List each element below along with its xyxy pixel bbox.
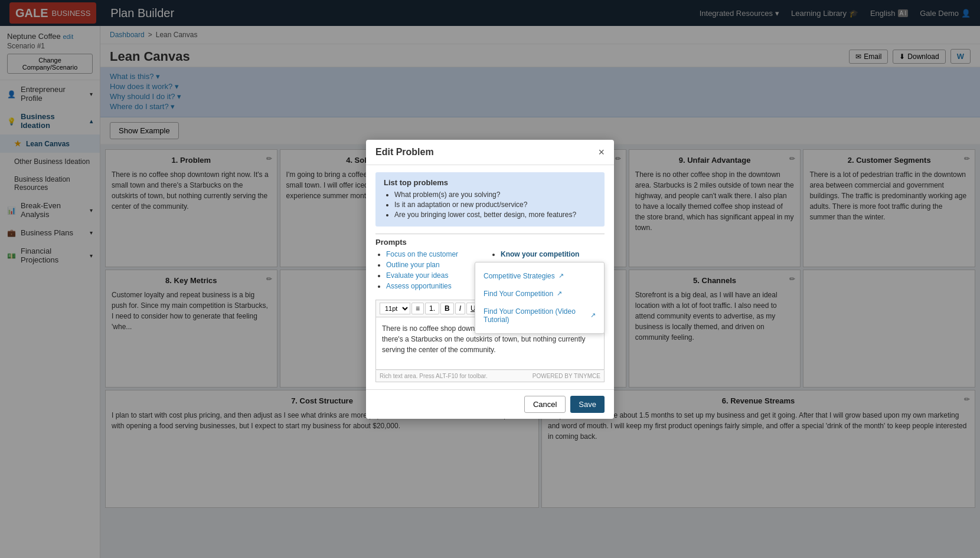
modal-close-button[interactable]: × (598, 147, 605, 157)
find-competition-video-item[interactable]: Find Your Competition (Video Tutorial) ↗ (475, 303, 604, 329)
modal-body: List top problems What problem(s) are yo… (366, 165, 614, 389)
external-link-icon-2: ↗ (557, 290, 562, 297)
find-competition-item[interactable]: Find Your Competition ↗ (475, 285, 604, 303)
save-button[interactable]: Save (570, 396, 605, 413)
divider-1 (375, 234, 605, 234)
modal-header: Edit Problem × (366, 140, 614, 165)
ordered-list-button[interactable]: 1. (425, 303, 439, 314)
prompt-focus: Focus on the customer (386, 250, 490, 258)
edit-problem-modal: Edit Problem × List top problems What pr… (366, 140, 614, 419)
modal-title: Edit Problem (375, 147, 434, 157)
editor-footer: Rich text area. Press ALT-F10 for toolba… (375, 370, 605, 382)
list-item-1: What problem(s) are you solving? (394, 191, 596, 199)
competition-dropdown: Competitive Strategies ↗ Find Your Compe… (475, 262, 605, 334)
bold-button[interactable]: B (440, 303, 454, 314)
powered-by: POWERED BY TINYMCE (533, 373, 600, 379)
list-item-2: Is it an adaptation or new product/servi… (394, 201, 596, 209)
unordered-list-button[interactable]: ≡ (411, 303, 424, 314)
prompts-label: Prompts (375, 238, 605, 247)
competitive-strategies-item[interactable]: Competitive Strategies ↗ (475, 267, 604, 285)
external-link-icon-3: ↗ (590, 311, 596, 319)
list-top-problems-box: List top problems What problem(s) are yo… (375, 172, 605, 227)
editor-hint: Rich text area. Press ALT-F10 for toolba… (380, 373, 488, 379)
prompts-right-col: Know your competition Competitive Strate… (490, 250, 605, 293)
know-competition-link[interactable]: Know your competition (501, 250, 579, 258)
modal-overlay: Edit Problem × List top problems What pr… (0, 0, 980, 558)
list-items: What problem(s) are you solving? Is it a… (384, 191, 596, 219)
list-item-3: Are you bringing lower cost, better desi… (394, 211, 596, 219)
prompts-left-col: Focus on the customer Outline your plan … (375, 250, 490, 293)
cancel-button[interactable]: Cancel (524, 396, 566, 413)
prompt-competition: Know your competition Competitive Strate… (501, 250, 605, 258)
modal-footer: Cancel Save (366, 389, 614, 419)
italic-button[interactable]: I (455, 303, 465, 314)
prompts-columns: Focus on the customer Outline your plan … (375, 250, 605, 293)
prompts-section: Prompts Focus on the customer Outline yo… (375, 238, 605, 293)
list-title: List top problems (384, 178, 596, 187)
external-link-icon-1: ↗ (558, 272, 564, 280)
font-size-select[interactable]: 11pt (380, 303, 410, 314)
